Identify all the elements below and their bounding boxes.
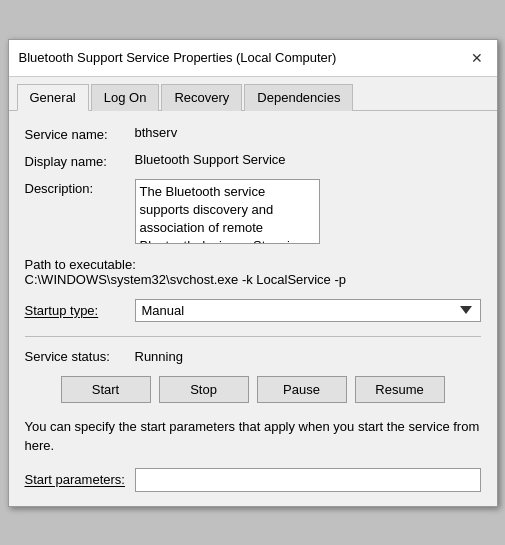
description-label: Description: [25,179,135,196]
properties-window: Bluetooth Support Service Properties (Lo… [8,39,498,507]
start-button[interactable]: Start [61,376,151,403]
service-name-value: bthserv [135,125,178,140]
tab-logon[interactable]: Log On [91,84,160,111]
description-row: Description: [25,179,481,247]
service-name-label: Service name: [25,125,135,142]
tab-general[interactable]: General [17,84,89,111]
hint-text: You can specify the start parameters tha… [25,417,481,456]
stop-button[interactable]: Stop [159,376,249,403]
startup-type-label: Startup type: [25,303,135,318]
path-label: Path to executable: [25,257,136,272]
path-value: C:\WINDOWS\system32\svchost.exe -k Local… [25,272,346,287]
title-bar: Bluetooth Support Service Properties (Lo… [9,40,497,77]
path-section: Path to executable: C:\WINDOWS\system32\… [25,257,481,287]
display-name-label: Display name: [25,152,135,169]
divider [25,336,481,337]
service-status-row: Service status: Running [25,349,481,364]
tab-recovery[interactable]: Recovery [161,84,242,111]
startup-type-row: Startup type: Automatic Automatic (Delay… [25,299,481,322]
service-status-label: Service status: [25,349,135,364]
service-name-row: Service name: bthserv [25,125,481,142]
tab-content: Service name: bthserv Display name: Blue… [9,111,497,506]
tab-dependencies[interactable]: Dependencies [244,84,353,111]
description-textarea[interactable] [135,179,320,244]
pause-button[interactable]: Pause [257,376,347,403]
window-title: Bluetooth Support Service Properties (Lo… [19,50,337,65]
params-input[interactable] [135,468,481,492]
close-button[interactable]: ✕ [467,48,487,68]
display-name-row: Display name: Bluetooth Support Service [25,152,481,169]
resume-button[interactable]: Resume [355,376,445,403]
params-row: Start parameters: [25,468,481,492]
action-buttons: Start Stop Pause Resume [25,376,481,403]
params-label: Start parameters: [25,472,135,487]
service-status-value: Running [135,349,183,364]
description-wrapper [135,179,481,247]
startup-type-select[interactable]: Automatic Automatic (Delayed Start) Manu… [135,299,481,322]
tab-bar: General Log On Recovery Dependencies [9,77,497,111]
display-name-value: Bluetooth Support Service [135,152,286,167]
